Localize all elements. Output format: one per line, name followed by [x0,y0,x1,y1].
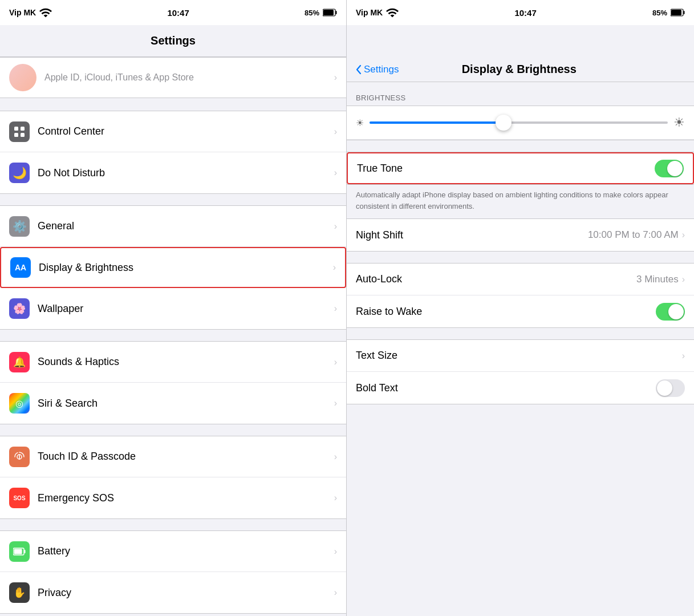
section-gap-4 [0,424,346,436]
true-tone-toggle[interactable] [655,160,684,177]
settings-list: Apple ID, iCloud, iTunes & App Store › C… [0,57,346,616]
left-battery-pct: 85% [305,9,319,17]
wallpaper-chevron: › [334,303,337,314]
right-carrier: Vip MK [356,8,383,17]
left-status-left: Vip MK [9,6,52,19]
bold-text-row[interactable]: Bold Text [347,372,694,404]
right-status-bar: Vip MK 10:47 85% [347,0,694,25]
brightness-slider-fill [370,121,504,124]
row-display-brightness[interactable]: AA Display & Brightness › [0,247,346,288]
right-status-left: Vip MK [356,6,399,19]
raise-to-wake-toggle-thumb [668,304,684,319]
cc-icon-svg [13,125,26,138]
group-3: 🔔 Sounds & Haptics › ◎ Siri & Search › [0,341,346,424]
group-1: Control Center › 🌙 Do Not Disturb › [0,111,346,194]
control-center-icon [9,121,30,142]
right-battery-icon [671,9,685,17]
true-tone-group: True Tone [347,152,694,185]
sos-chevron: › [334,493,337,503]
row-general[interactable]: ⚙️ General › [0,206,346,247]
left-title: Settings [151,34,196,47]
row-wallpaper[interactable]: 🌸 Wallpaper › [0,288,346,329]
profile-row[interactable]: Apple ID, iCloud, iTunes & App Store › [0,57,346,98]
svg-rect-4 [21,127,25,131]
display-brightness-label: Display & Brightness [39,262,133,273]
right-time: 10:47 [514,8,536,18]
right-nav-header: Settings Display & Brightness [347,25,694,82]
touch-id-chevron: › [334,452,337,462]
back-label: Settings [364,64,399,75]
privacy-icon: ✋ [9,582,30,603]
right-battery-pct: 85% [652,9,667,17]
auto-lock-chevron: › [682,274,685,285]
brightness-high-icon: ☀ [673,115,685,130]
brightness-group: ☀ ☀ [347,106,694,140]
left-status-bar: Vip MK 10:47 85% [0,0,346,25]
auto-lock-value: 3 Minutes [636,274,679,285]
svg-rect-6 [21,133,25,137]
row-siri[interactable]: ◎ Siri & Search › [0,383,346,424]
brightness-slider-thumb [496,115,512,131]
left-time: 10:47 [167,8,189,18]
back-button[interactable]: Settings [356,64,399,75]
svg-rect-13 [671,10,681,15]
raise-to-wake-label: Raise to Wake [356,306,656,318]
sos-label: Emergency SOS [38,492,114,504]
svg-rect-2 [323,10,334,15]
left-carrier: Vip MK [9,8,36,17]
privacy-chevron: › [334,587,337,598]
avatar [9,64,36,91]
fingerprint-icon-svg [13,451,26,463]
general-label: General [38,220,74,232]
row-battery[interactable]: Battery › [0,531,346,572]
battery-label: Battery [38,545,70,557]
battery-chevron: › [334,546,337,557]
sounds-chevron: › [334,357,337,367]
wifi-icon [39,6,52,19]
raise-to-wake-row[interactable]: Raise to Wake [347,295,694,327]
battery-icon-svg [13,548,26,556]
general-chevron: › [334,221,337,232]
brightness-slider-track[interactable] [370,121,668,124]
night-shift-row[interactable]: Night Shift 10:00 PM to 7:00 AM › [347,219,694,251]
dnd-chevron: › [334,168,337,178]
group-5: Battery › ✋ Privacy › [0,530,346,614]
bold-text-toggle[interactable] [656,379,685,397]
lock-group: Auto-Lock 3 Minutes › Raise to Wake [347,263,694,328]
row-do-not-disturb[interactable]: 🌙 Do Not Disturb › [0,152,346,193]
right-wifi-icon [386,6,399,19]
text-size-row[interactable]: Text Size › [347,340,694,372]
true-tone-label: True Tone [357,163,655,175]
night-shift-chevron: › [682,230,685,240]
svg-rect-10 [14,549,22,554]
row-control-center[interactable]: Control Center › [0,111,346,152]
right-title: Display & Brightness [399,63,639,76]
section-gap-5 [0,519,346,530]
left-status-right: 85% [305,9,337,17]
wallpaper-icon: 🌸 [9,298,30,319]
true-tone-row[interactable]: True Tone [347,152,694,184]
true-tone-desc: Automatically adapt iPhone display based… [347,185,694,218]
svg-rect-9 [25,550,26,553]
row-touch-id[interactable]: Touch ID & Passcode › [0,436,346,477]
back-chevron-icon [356,64,362,75]
sounds-icon: 🔔 [9,352,30,372]
right-status-right: 85% [652,9,685,17]
profile-chevron: › [334,72,337,83]
left-panel: Vip MK 10:47 85% Settings Apple ID, iClo… [0,0,347,616]
privacy-label: Privacy [38,587,71,598]
svg-rect-5 [14,133,18,137]
group-2: ⚙️ General › AA Display & Brightness › 🌸 [0,205,346,330]
battery-icon [9,541,30,562]
row-privacy[interactable]: ✋ Privacy › [0,572,346,613]
raise-to-wake-toggle[interactable] [656,303,685,321]
svg-rect-12 [683,11,684,14]
dnd-label: Do Not Disturb [38,167,105,179]
bold-text-toggle-thumb [657,380,672,396]
row-sounds[interactable]: 🔔 Sounds & Haptics › [0,342,346,383]
row-sos[interactable]: SOS Emergency SOS › [0,477,346,518]
bold-text-label: Bold Text [356,382,656,394]
auto-lock-row[interactable]: Auto-Lock 3 Minutes › [347,264,694,295]
section-gap-1 [0,99,346,111]
sos-icon: SOS [9,488,30,508]
